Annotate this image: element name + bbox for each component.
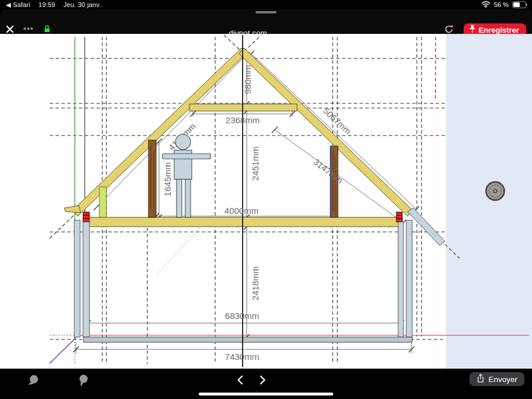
save-button-label: Enregistrer [479,26,519,34]
dimension-label: 2368mm [226,115,260,125]
home-indicator[interactable] [199,393,333,395]
back-to-app-label[interactable]: ◀ Safari [6,1,30,9]
send-button-label: Envoyer [488,375,517,384]
dimension-label: 7430mm [225,352,259,362]
share-icon [476,373,485,385]
next-button[interactable] [259,375,267,387]
thumbs-down-icon [76,373,90,389]
status-time: 19:59 [39,1,56,8]
floor-joist-band [85,217,402,227]
chevron-right-icon [259,375,267,387]
bottom-action-bar: Envoyer [0,369,532,399]
structural-drawing: 4195mm [0,34,532,369]
page-background-panel [446,34,532,369]
dislike-button[interactable] [76,373,90,389]
battery-icon [512,1,526,8]
previous-button[interactable] [236,375,244,387]
dimension-label: 2451mm [250,147,260,181]
image-preview-area[interactable]: 4195mm [0,34,532,369]
send-button[interactable]: Envoyer [469,372,524,386]
circular-knob[interactable] [486,182,505,200]
status-date: Jeu. 30 janv. [63,1,101,8]
like-button[interactable] [26,373,40,389]
sheet-grabber[interactable] [255,11,277,13]
wifi-icon [481,1,490,9]
left-green-stud [99,187,106,217]
dimension-label: 1645mm [163,162,172,196]
dimension-label: 4000mm [224,206,258,216]
ipad-safari-share-sheet: { "status_bar": { "back_to_app": "◀ Safa… [0,0,532,399]
thumbs-up-icon [26,373,40,389]
battery-percent: 56 % [494,1,509,8]
floor-slab [84,337,412,342]
collar-tie [189,104,297,111]
drawing-canvas [0,34,446,369]
more-options-button[interactable]: ••• [23,26,34,32]
dimension-label: 2418mm [250,266,260,300]
status-bar: ◀ Safari 19:59 Jeu. 30 janv. 56 % [0,0,532,9]
chevron-left-icon [236,375,244,387]
sheet-toolbar: ••• diynot.com Enregi [0,9,532,34]
dimension-label: 6830mm [225,311,259,321]
dimension-label: 980mm [243,65,253,94]
